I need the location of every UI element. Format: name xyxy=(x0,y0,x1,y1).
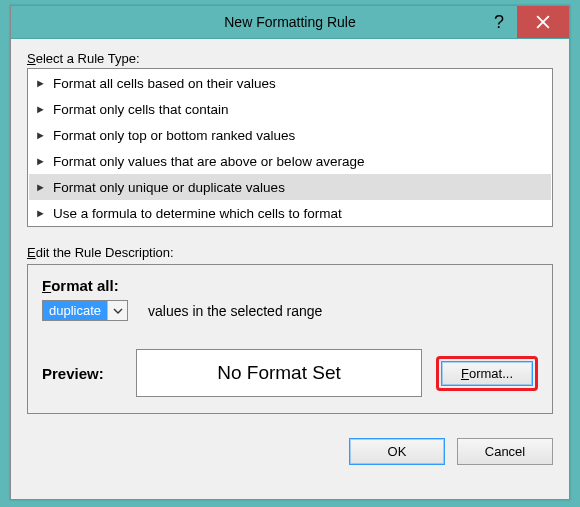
dialog-body: Select a Rule Type: ► Format all cells b… xyxy=(11,39,569,426)
rule-description-panel: Format all: duplicate values in the sele… xyxy=(27,264,553,414)
close-icon xyxy=(536,15,550,29)
rule-item-label: Format only top or bottom ranked values xyxy=(53,128,295,143)
titlebar: New Formatting Rule ? xyxy=(11,6,569,39)
rule-item-label: Use a formula to determine which cells t… xyxy=(53,206,342,221)
format-button-highlight: Format... xyxy=(436,356,538,391)
rule-item-5[interactable]: ► Use a formula to determine which cells… xyxy=(29,200,551,226)
dialog-title: New Formatting Rule xyxy=(224,14,356,30)
suffix-text: values in the selected range xyxy=(148,303,322,319)
cancel-button[interactable]: Cancel xyxy=(457,438,553,465)
new-formatting-rule-dialog: New Formatting Rule ? Select a Rule Type… xyxy=(10,5,570,500)
format-button[interactable]: Format... xyxy=(441,361,533,386)
close-button[interactable] xyxy=(517,6,569,38)
ok-button[interactable]: OK xyxy=(349,438,445,465)
format-all-row: duplicate values in the selected range xyxy=(42,300,538,321)
preview-label: Preview: xyxy=(42,365,122,382)
window-controls: ? xyxy=(481,6,569,38)
edit-rule-description-label: Edit the Rule Description: xyxy=(27,245,553,260)
rule-item-label: Format all cells based on their values xyxy=(53,76,276,91)
rule-item-2[interactable]: ► Format only top or bottom ranked value… xyxy=(29,122,551,148)
preview-row: Preview: No Format Set Format... xyxy=(42,349,538,397)
rule-type-list[interactable]: ► Format all cells based on their values… xyxy=(27,68,553,227)
select-rule-type-label: Select a Rule Type: xyxy=(27,51,553,66)
chevron-down-icon xyxy=(107,301,127,320)
arrow-icon: ► xyxy=(35,181,47,193)
rule-item-4[interactable]: ► Format only unique or duplicate values xyxy=(29,174,551,200)
format-all-label: Format all: xyxy=(42,277,538,294)
arrow-icon: ► xyxy=(35,77,47,89)
rule-item-0[interactable]: ► Format all cells based on their values xyxy=(29,70,551,96)
dialog-footer: OK Cancel xyxy=(11,426,569,479)
arrow-icon: ► xyxy=(35,129,47,141)
rule-item-label: Format only cells that contain xyxy=(53,102,229,117)
rule-item-3[interactable]: ► Format only values that are above or b… xyxy=(29,148,551,174)
rule-item-1[interactable]: ► Format only cells that contain xyxy=(29,96,551,122)
preview-box: No Format Set xyxy=(136,349,422,397)
duplicate-unique-dropdown[interactable]: duplicate xyxy=(42,300,128,321)
dropdown-value: duplicate xyxy=(43,301,107,320)
arrow-icon: ► xyxy=(35,155,47,167)
rule-item-label: Format only unique or duplicate values xyxy=(53,180,285,195)
arrow-icon: ► xyxy=(35,207,47,219)
rule-item-label: Format only values that are above or bel… xyxy=(53,154,364,169)
help-icon[interactable]: ? xyxy=(481,6,517,38)
arrow-icon: ► xyxy=(35,103,47,115)
